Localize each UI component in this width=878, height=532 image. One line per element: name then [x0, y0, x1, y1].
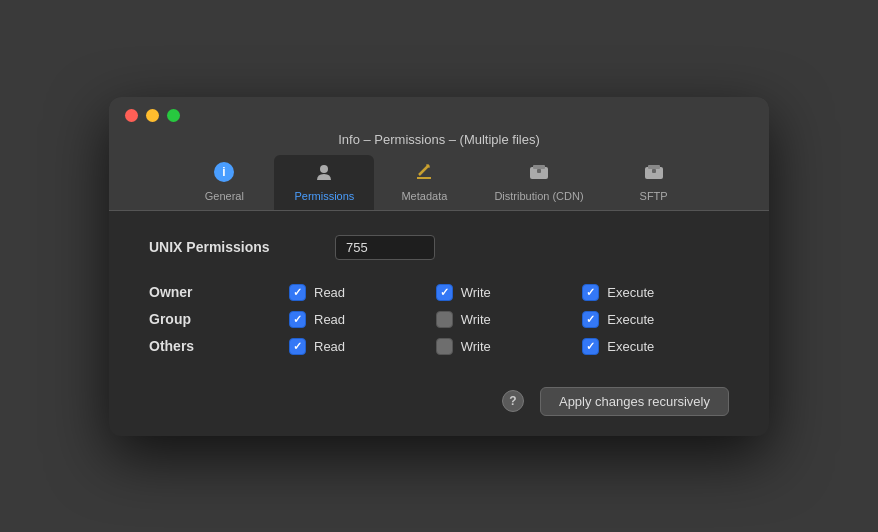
tab-sftp-icon	[643, 161, 665, 187]
owner-execute[interactable]: ✓ Execute	[582, 284, 729, 301]
owner-execute-checkbox[interactable]: ✓	[582, 284, 599, 301]
tab-permissions[interactable]: Permissions	[274, 155, 374, 210]
maximize-button[interactable]	[167, 109, 180, 122]
owner-read[interactable]: ✓ Read	[289, 284, 436, 301]
others-execute-label: Execute	[607, 339, 654, 354]
tab-bar: iGeneralPermissionsMetadataDistribution …	[125, 155, 753, 210]
tab-permissions-label: Permissions	[294, 190, 354, 202]
tab-distribution-label: Distribution (CDN)	[494, 190, 583, 202]
tab-distribution[interactable]: Distribution (CDN)	[474, 155, 603, 210]
tab-general-icon: i	[213, 161, 235, 187]
others-write[interactable]: Write	[436, 338, 583, 355]
permissions-grid: Owner ✓ Read ✓ Write ✓ Execute Group ✓ R…	[149, 284, 729, 355]
title-bar: Info – Permissions – (Multiple files) iG…	[109, 97, 769, 211]
owner-execute-label: Execute	[607, 285, 654, 300]
svg-rect-10	[648, 165, 660, 169]
group-execute-checkbox[interactable]: ✓	[582, 311, 599, 328]
owner-write[interactable]: ✓ Write	[436, 284, 583, 301]
svg-rect-11	[652, 169, 656, 173]
others-read-label: Read	[314, 339, 345, 354]
svg-rect-3	[417, 177, 431, 179]
others-read-checkbox[interactable]: ✓	[289, 338, 306, 355]
others-write-checkbox[interactable]	[436, 338, 453, 355]
unix-permissions-input[interactable]	[335, 235, 435, 260]
row-label-owner: Owner	[149, 284, 289, 300]
svg-text:i: i	[223, 165, 226, 179]
window-title: Info – Permissions – (Multiple files)	[125, 132, 753, 147]
others-execute[interactable]: ✓ Execute	[582, 338, 729, 355]
group-execute-label: Execute	[607, 312, 654, 327]
owner-write-label: Write	[461, 285, 491, 300]
close-button[interactable]	[125, 109, 138, 122]
content-area: UNIX Permissions Owner ✓ Read ✓ Write ✓ …	[109, 211, 769, 436]
window-controls	[125, 109, 753, 122]
row-label-group: Group	[149, 311, 289, 327]
bottom-row: ? Apply changes recursively	[149, 383, 729, 416]
main-window: Info – Permissions – (Multiple files) iG…	[109, 97, 769, 436]
unix-permissions-row: UNIX Permissions	[149, 235, 729, 260]
owner-read-label: Read	[314, 285, 345, 300]
svg-rect-7	[533, 165, 545, 169]
row-label-others: Others	[149, 338, 289, 354]
tab-sftp-label: SFTP	[640, 190, 668, 202]
group-execute[interactable]: ✓ Execute	[582, 311, 729, 328]
group-write-label: Write	[461, 312, 491, 327]
owner-write-checkbox[interactable]: ✓	[436, 284, 453, 301]
help-button[interactable]: ?	[502, 390, 524, 412]
group-write-checkbox[interactable]	[436, 311, 453, 328]
tab-permissions-icon	[313, 161, 335, 187]
tab-general[interactable]: iGeneral	[174, 155, 274, 210]
svg-point-2	[320, 165, 328, 173]
group-read-label: Read	[314, 312, 345, 327]
others-read[interactable]: ✓ Read	[289, 338, 436, 355]
tab-metadata[interactable]: Metadata	[374, 155, 474, 210]
group-read[interactable]: ✓ Read	[289, 311, 436, 328]
tab-distribution-icon	[528, 161, 550, 187]
tab-sftp[interactable]: SFTP	[604, 155, 704, 210]
owner-read-checkbox[interactable]: ✓	[289, 284, 306, 301]
tab-metadata-icon	[413, 161, 435, 187]
tab-general-label: General	[205, 190, 244, 202]
minimize-button[interactable]	[146, 109, 159, 122]
apply-button[interactable]: Apply changes recursively	[540, 387, 729, 416]
others-write-label: Write	[461, 339, 491, 354]
group-read-checkbox[interactable]: ✓	[289, 311, 306, 328]
tab-metadata-label: Metadata	[401, 190, 447, 202]
group-write[interactable]: Write	[436, 311, 583, 328]
others-execute-checkbox[interactable]: ✓	[582, 338, 599, 355]
svg-rect-8	[537, 169, 541, 173]
unix-permissions-label: UNIX Permissions	[149, 239, 319, 255]
